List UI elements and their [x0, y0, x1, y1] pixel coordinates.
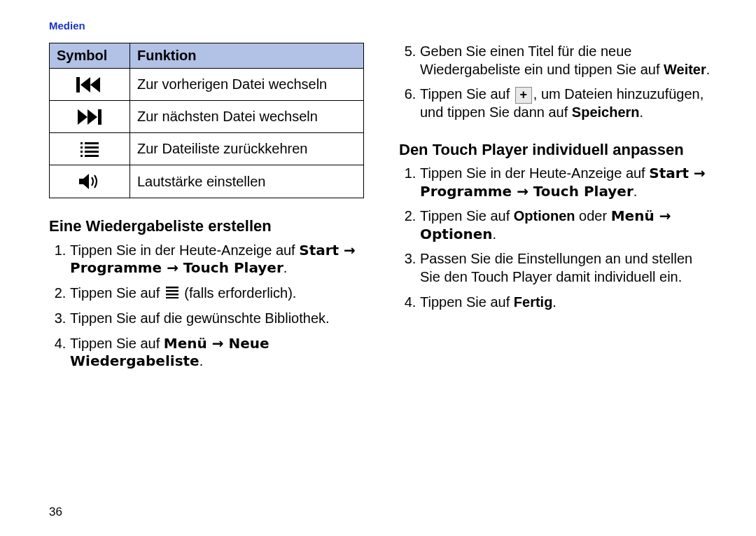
step-bold: Optionen [514, 208, 575, 224]
step-text: . [634, 184, 638, 199]
create-playlist-steps: Tippen Sie in der Heute-Anzeige auf Star… [49, 242, 364, 371]
list-item: Tippen Sie in der Heute-Anzeige auf Star… [70, 242, 364, 277]
table-head-function: Funktion [130, 43, 364, 69]
prev-track-icon [50, 69, 130, 101]
svg-rect-23 [166, 297, 178, 298]
two-column-layout: Symbol Funktion [49, 39, 714, 378]
svg-rect-14 [80, 155, 83, 157]
step-text: . [284, 260, 288, 275]
table-cell-text: Zur nächsten Datei wechseln [130, 101, 364, 133]
list-item: Tippen Sie auf (falls erforderlich). [70, 284, 364, 303]
right-column: Geben Sie einen Titel für die neue Wiede… [399, 39, 714, 378]
svg-rect-22 [166, 294, 178, 296]
table-cell-text: Lautstärke einstellen [130, 165, 364, 198]
step-bold: Weiter [664, 62, 706, 77]
table-row: Zur nächsten Datei wechseln [50, 101, 364, 133]
step-text: Tippen Sie auf [70, 285, 164, 301]
table-row: Lautstärke einstellen [50, 165, 364, 198]
list-item: Tippen Sie auf +, um Dateien hinzuzufüge… [420, 85, 714, 121]
step-bold: Fertig [514, 294, 553, 310]
list-lines-icon [165, 285, 179, 303]
svg-rect-11 [80, 142, 83, 144]
step-text: Tippen Sie in der Heute-Anzeige auf [420, 165, 649, 181]
page: Medien Symbol Funktion [0, 0, 756, 536]
svg-rect-16 [85, 146, 99, 149]
svg-marker-19 [79, 174, 89, 189]
step-text: . [493, 226, 497, 242]
step-text: . [200, 353, 204, 369]
svg-rect-12 [80, 146, 83, 149]
page-number: 36 [49, 505, 62, 519]
table-cell-text: Zur vorherigen Datei wechseln [130, 69, 364, 101]
left-column: Symbol Funktion [49, 39, 364, 378]
svg-rect-17 [85, 151, 99, 153]
list-item: Tippen Sie auf Menü → Neue Wiedergabelis… [70, 335, 364, 371]
svg-marker-9 [88, 109, 97, 125]
table-cell-text: Zur Dateiliste zurückkehren [130, 133, 364, 165]
svg-marker-8 [78, 109, 88, 125]
file-list-icon [50, 133, 130, 165]
table-row: Zur vorherigen Datei wechseln [50, 69, 364, 101]
plus-icon: + [515, 87, 532, 104]
step-text: Tippen Sie in der Heute-Anzeige auf [70, 242, 299, 258]
svg-rect-15 [85, 142, 99, 144]
list-item: Tippen Sie auf Fertig. [420, 294, 714, 312]
symbol-function-table: Symbol Funktion [49, 43, 364, 198]
create-playlist-steps-continued: Geben Sie einen Titel für die neue Wiede… [399, 43, 714, 122]
list-item: Tippen Sie auf die gewünschte Bibliothek… [70, 310, 364, 328]
svg-rect-13 [80, 151, 83, 153]
svg-rect-21 [166, 290, 178, 292]
step-text: oder [575, 208, 611, 224]
step-text: (falls erforderlich). [181, 285, 297, 301]
svg-rect-18 [85, 155, 99, 157]
table-head-symbol: Symbol [50, 43, 130, 69]
next-track-icon [50, 101, 130, 133]
svg-rect-5 [76, 77, 80, 92]
svg-rect-10 [98, 109, 102, 125]
svg-rect-20 [166, 287, 178, 289]
step-text: . [552, 294, 556, 310]
list-item: Tippen Sie auf Optionen oder Menü → Opti… [420, 207, 714, 243]
heading-create-playlist: Eine Wiedergabeliste erstellen [49, 217, 364, 236]
list-item: Tippen Sie in der Heute-Anzeige auf Star… [420, 165, 714, 200]
step-text: Tippen Sie auf [420, 86, 514, 102]
customize-player-steps: Tippen Sie in der Heute-Anzeige auf Star… [399, 165, 714, 311]
step-text: . [640, 104, 644, 120]
step-text: Tippen Sie auf [70, 336, 164, 351]
step-text: Tippen Sie auf [420, 208, 514, 224]
section-header: Medien [49, 20, 714, 32]
heading-customize-player: Den Touch Player individuell anpassen [399, 140, 714, 160]
table-row: Zur Dateiliste zurückkehren [50, 133, 364, 165]
step-bold: Speichern [572, 104, 640, 120]
step-text: Geben Sie einen Titel für die neue Wiede… [420, 43, 664, 77]
list-item: Geben Sie einen Titel für die neue Wiede… [420, 43, 714, 78]
volume-icon [50, 165, 130, 198]
step-text: Tippen Sie auf [420, 294, 514, 310]
list-item: Passen Sie die Einstellungen an und stel… [420, 250, 714, 286]
step-text: . [706, 62, 710, 77]
